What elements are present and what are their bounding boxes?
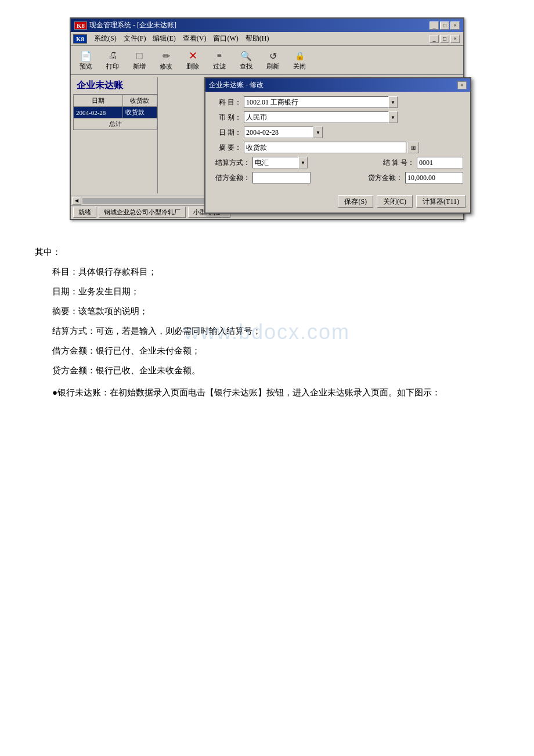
close-window-button[interactable]: 🔒 关闭 [288, 48, 311, 72]
doc-intro: 其中： [35, 243, 499, 261]
close-window-icon: 🔒 [293, 49, 306, 62]
status-company1: 钢城企业总公司小型冷轧厂 [99, 207, 186, 218]
date-input-wrapper: ▼ [244, 127, 323, 138]
kemu-label: 科 目： [212, 98, 241, 107]
riqi-input[interactable] [244, 127, 313, 138]
watermark-area: www.bdocx.com 科目：具体银行存款科目； 日期：业务发生日期； 摘要… [35, 263, 499, 401]
form-row-kemu: 科 目： ▼ [212, 96, 463, 108]
search-button[interactable]: 🔍 查找 [234, 48, 258, 72]
riqi-label: 日 期： [212, 128, 241, 138]
doc-item-jiefang: 借方金额：银行已付、企业未付金额； [35, 342, 499, 359]
form-row-riqi: 日 期： ▼ [212, 127, 463, 138]
outer-title-bar: K8 现金管理系统 - [企业未达账] _ □ × [71, 19, 463, 32]
fangshi-label: 结算方式： [212, 158, 250, 168]
form-row-biebie: 币 别： ▼ [212, 111, 463, 123]
refresh-button[interactable]: ↺ 刷新 [261, 48, 284, 72]
doc-item-kemu: 科目：具体银行存款科目； [35, 263, 499, 280]
outer-window: K8 现金管理系统 - [企业未达账] _ □ × K8 系统(S) 文件(F)… [70, 17, 464, 220]
kemu-input[interactable] [244, 96, 389, 108]
kemu-dropdown-button[interactable]: ▼ [388, 96, 398, 108]
jiefang-label: 借方金额： [212, 173, 250, 183]
fangshi-dropdown-button[interactable]: ▼ [298, 157, 308, 168]
print-label: 打印 [106, 62, 119, 71]
status-ready: 就绪 [73, 207, 96, 218]
jiefang-input[interactable] [252, 172, 311, 183]
filter-button[interactable]: ≡ 过滤 [208, 48, 231, 72]
refresh-icon: ↺ [266, 49, 280, 62]
form-row-jiefang: 借方金额： [212, 172, 311, 183]
zhaiyao-memo-button[interactable]: ⊞ [407, 142, 419, 153]
edit-icon: ✏ [159, 49, 173, 62]
edit-label: 修改 [160, 62, 172, 71]
daifang-input[interactable] [405, 172, 463, 183]
biebie-input[interactable] [244, 111, 389, 123]
doc-item-zhaiyao: 摘要：该笔款项的说明； [35, 303, 499, 320]
toolbar: 📄 预览 🖨 打印 □ 新增 ✏ 修改 ✕ 删除 ≡ 过滤 🔍 查找 ↺ [71, 46, 463, 75]
biebie-dropdown-button[interactable]: ▼ [388, 111, 398, 123]
sub-restore-button[interactable]: □ [440, 35, 449, 43]
date-dropdown-button[interactable]: ▼ [313, 127, 323, 138]
add-button[interactable]: □ 新增 [128, 48, 151, 72]
fangshi-input[interactable] [252, 157, 299, 168]
sub-minimize-button[interactable]: _ [430, 35, 439, 43]
outer-title-text: 现金管理系统 - [企业未达账] [89, 20, 176, 30]
zhaiyao-label: 摘 要： [212, 143, 241, 153]
minimize-button[interactable]: _ [430, 21, 439, 30]
maximize-button[interactable]: □ [440, 21, 449, 30]
content-area: 企业未达账 - 修改 × 科 目： ▼ 币 别： [158, 77, 452, 193]
hao-input[interactable] [417, 157, 463, 168]
table-row[interactable]: 2004-02-28 收货款 [74, 107, 157, 118]
biebie-label: 币 别： [212, 113, 241, 123]
print-button[interactable]: 🖨 打印 [101, 48, 124, 72]
form-row-jiesuan: 结算方式： ▼ 结 算 号： [212, 157, 463, 168]
preview-label: 预览 [80, 62, 92, 71]
close-window-label: 关闭 [293, 62, 306, 71]
delete-button[interactable]: ✕ 删除 [181, 48, 204, 72]
delete-label: 删除 [186, 62, 199, 71]
print-icon: 🖨 [106, 49, 120, 62]
col-date: 日期 [74, 95, 123, 107]
right-area: 企业未达账 - 修改 × 科 目： ▼ 币 别： [157, 77, 461, 193]
preview-button[interactable]: 📄 预览 [74, 48, 98, 72]
doc-item-daifang: 贷方金额：银行已收、企业未收金额。 [35, 362, 499, 379]
form-row-daifang: 贷方金额： [368, 172, 463, 183]
outer-title-logo: K8 [74, 21, 87, 30]
add-icon: □ [132, 49, 146, 62]
menu-item-view[interactable]: 查看(V) [179, 33, 210, 44]
menu-item-edit[interactable]: 编辑(E) [149, 33, 179, 44]
modal-footer: 保存(S) 关闭(C) 计算器(T11) [205, 192, 470, 213]
doc-text: 其中： www.bdocx.com 科目：具体银行存款科目； 日期：业务发生日期… [35, 237, 499, 409]
edit-button[interactable]: ✏ 修改 [154, 48, 178, 72]
menu-item-help[interactable]: 帮助(H) [242, 33, 273, 44]
delete-icon: ✕ [186, 49, 200, 62]
calculator-button[interactable]: 计算器(T11) [416, 195, 466, 208]
doc-item-riqi: 日期：业务发生日期； [35, 283, 499, 300]
menu-bar: K8 系统(S) 文件(F) 编辑(E) 查看(V) 窗口(W) 帮助(H) [73, 33, 430, 44]
doc-item-jiesuan: 结算方式：可选，若是输入，则必需同时输入结算号； [35, 322, 499, 340]
daifang-label: 贷方金额： [368, 173, 403, 183]
doc-paragraph-bank: ●银行未达账：在初始数据录入页面电击【银行未达账】按钮，进入企业未达账录入页面。… [35, 384, 499, 401]
modal-dialog: 企业未达账 - 修改 × 科 目： ▼ 币 别： [204, 77, 471, 214]
modal-close-btn-footer[interactable]: 关闭(C) [377, 195, 413, 208]
scroll-left-button[interactable]: ◀ [72, 197, 81, 205]
sub-close-button[interactable]: × [450, 35, 460, 43]
filter-label: 过滤 [213, 62, 226, 71]
left-panel-table: 日期 收货款 2004-02-28 收货款 总计 [73, 95, 157, 130]
modal-title-bar: 企业未达账 - 修改 × [205, 78, 470, 92]
close-button[interactable]: × [450, 21, 460, 30]
menu-item-file[interactable]: 文件(F) [120, 33, 150, 44]
total-row: 总计 [74, 118, 157, 130]
outer-window-controls: _ □ × [430, 21, 460, 30]
zhaiyao-input[interactable] [244, 142, 406, 153]
menu-item-window[interactable]: 窗口(W) [210, 33, 241, 44]
modal-title-text: 企业未达账 - 修改 [209, 80, 264, 90]
preview-icon: 📄 [79, 49, 93, 62]
menu-logo: K8 [73, 34, 87, 44]
search-label: 查找 [240, 62, 252, 71]
col-item: 收货款 [122, 95, 157, 107]
modal-close-button[interactable]: × [457, 81, 467, 89]
save-button[interactable]: 保存(S) [338, 195, 373, 208]
menu-item-system[interactable]: 系统(S) [91, 33, 120, 44]
search-icon: 🔍 [239, 49, 253, 62]
refresh-label: 刷新 [266, 62, 279, 71]
